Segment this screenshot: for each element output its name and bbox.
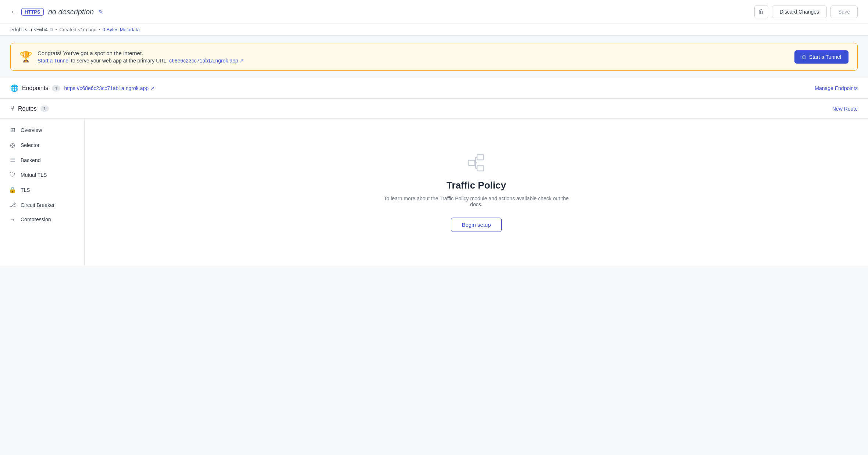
sidebar-item-mutual-tls[interactable]: 🛡 Mutual TLS [0, 168, 84, 182]
routes-title: ⑂ Routes 1 [10, 105, 49, 112]
endpoints-header: 🌐 Endpoints 1 https://c68e6c23cc71ab1a.n… [0, 78, 868, 98]
start-tunnel-btn-label: Start a Tunnel [809, 54, 841, 60]
endpoints-count: 1 [52, 85, 60, 92]
globe-icon: 🌐 [10, 84, 18, 92]
svg-rect-0 [477, 155, 484, 160]
sidebar-label-mutual-tls: Mutual TLS [21, 172, 47, 178]
traffic-policy-title: Traffic Policy [447, 180, 506, 191]
start-tunnel-link[interactable]: Start a Tunnel [38, 58, 70, 64]
endpoints-section: 🌐 Endpoints 1 https://c68e6c23cc71ab1a.n… [0, 78, 868, 98]
meta-bar: edghts…rkEwb4 ⧉ • Created <1m ago • 0 By… [0, 24, 868, 36]
svg-rect-1 [477, 166, 484, 171]
discard-changes-button[interactable]: Discard Changes [772, 6, 827, 18]
begin-setup-button[interactable]: Begin setup [451, 218, 501, 232]
tls-icon: 🔒 [9, 186, 16, 193]
endpoint-id: edghts…rkEwb4 [10, 27, 48, 32]
backend-icon: ☰ [9, 157, 16, 164]
circuit-breaker-icon: ⎇ [9, 201, 16, 208]
congrats-main-text: Congrats! You've got a spot on the inter… [38, 50, 244, 56]
routes-section: ⑂ Routes 1 New Route ⊞ Overview ◎ Select… [0, 98, 868, 266]
top-bar-left: ← HTTPS no description ✎ [10, 8, 103, 16]
endpoints-label: Endpoints [22, 85, 48, 92]
copy-id-icon[interactable]: ⧉ [50, 27, 53, 32]
congrats-text: Congrats! You've got a spot on the inter… [38, 50, 244, 64]
sidebar-label-backend: Backend [21, 157, 40, 163]
sidebar-item-tls[interactable]: 🔒 TLS [0, 182, 84, 197]
sidebar-label-selector: Selector [21, 142, 39, 148]
manage-endpoints-link[interactable]: Manage Endpoints [815, 85, 858, 91]
routes-label: Routes [18, 105, 37, 112]
sidebar-item-backend[interactable]: ☰ Backend [0, 153, 84, 168]
selector-icon: ◎ [9, 141, 16, 148]
content-area: ⊞ Overview ◎ Selector ☰ Backend 🛡 Mutual… [0, 119, 868, 266]
delete-button[interactable]: 🗑 [754, 5, 768, 18]
save-button[interactable]: Save [830, 6, 858, 18]
https-badge: HTTPS [21, 8, 44, 16]
compression-icon: ↗ [8, 215, 17, 224]
created-text: Created <1m ago [59, 27, 96, 32]
main-content: Traffic Policy To learn more about the T… [85, 119, 868, 266]
sidebar-label-overview: Overview [21, 127, 42, 133]
sidebar-label-compression: Compression [21, 216, 51, 222]
top-bar: ← HTTPS no description ✎ 🗑 Discard Chang… [0, 0, 868, 24]
congrats-sub-text: Start a Tunnel to serve your web app at … [38, 58, 244, 64]
sidebar-label-circuit-breaker: Circuit Breaker [21, 202, 55, 208]
new-route-link[interactable]: New Route [832, 106, 858, 112]
sidebar: ⊞ Overview ◎ Selector ☰ Backend 🛡 Mutual… [0, 119, 85, 266]
routes-header: ⑂ Routes 1 New Route [0, 99, 868, 119]
sidebar-item-overview[interactable]: ⊞ Overview [0, 122, 84, 137]
dot-separator-2: • [99, 27, 100, 32]
back-button[interactable]: ← [10, 8, 17, 16]
ngrok-url-link[interactable]: c68e6c23cc71ab1a.ngrok.app ↗ [169, 58, 244, 64]
sidebar-item-circuit-breaker[interactable]: ⎇ Circuit Breaker [0, 197, 84, 212]
metadata-link[interactable]: 0 Bytes Metadata [103, 27, 140, 32]
svg-rect-2 [468, 160, 475, 165]
page-title: no description [48, 8, 94, 16]
trophy-icon: 🏆 [19, 51, 32, 63]
sidebar-item-selector[interactable]: ◎ Selector [0, 137, 84, 153]
start-tunnel-btn-icon: ⬡ [802, 54, 806, 60]
traffic-policy-description: To learn more about the Traffic Policy m… [381, 196, 572, 207]
congrats-left: 🏆 Congrats! You've got a spot on the int… [19, 50, 244, 64]
routes-count: 1 [40, 105, 49, 112]
start-tunnel-button[interactable]: ⬡ Start a Tunnel [794, 50, 849, 64]
mutual-tls-icon: 🛡 [9, 172, 16, 178]
endpoints-title: 🌐 Endpoints 1 https://c68e6c23cc71ab1a.n… [10, 84, 155, 92]
congrats-banner: 🏆 Congrats! You've got a spot on the int… [10, 43, 858, 71]
overview-icon: ⊞ [9, 126, 16, 133]
traffic-policy-icon [466, 153, 487, 173]
dot-separator: • [56, 27, 57, 32]
routes-icon: ⑂ [10, 105, 14, 112]
endpoints-url[interactable]: https://c68e6c23cc71ab1a.ngrok.app ↗ [64, 85, 155, 91]
top-bar-right: 🗑 Discard Changes Save [754, 5, 858, 18]
edit-icon[interactable]: ✎ [98, 8, 103, 15]
sidebar-label-tls: TLS [21, 187, 30, 193]
sidebar-item-compression[interactable]: ↗ Compression [0, 212, 84, 226]
